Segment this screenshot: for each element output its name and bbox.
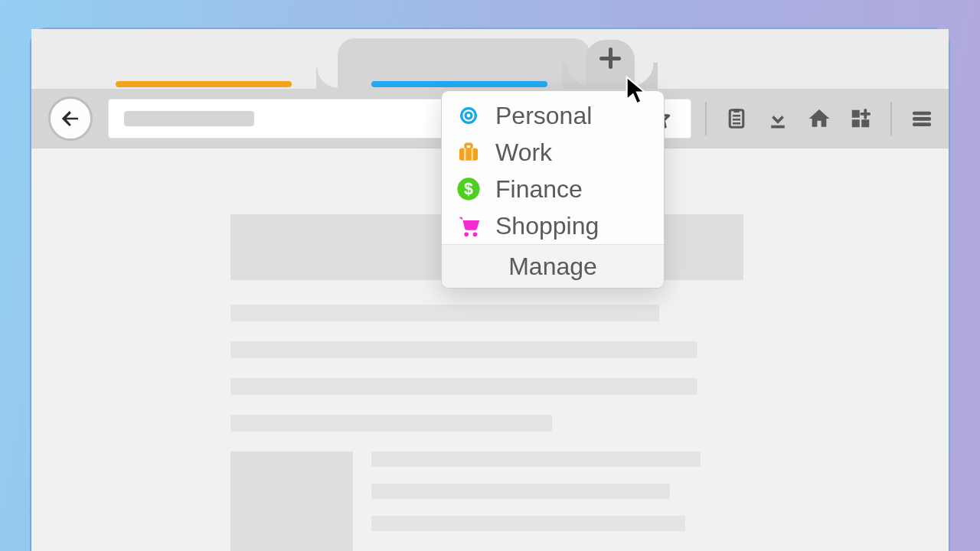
content-line bbox=[371, 484, 670, 499]
arrow-left-icon bbox=[59, 107, 82, 130]
container-menu-item-personal[interactable]: Personal bbox=[442, 91, 664, 134]
download-icon bbox=[766, 107, 789, 130]
tab-blue-accent bbox=[371, 81, 547, 87]
addons-button[interactable] bbox=[844, 103, 877, 135]
container-menu-item-work[interactable]: Work bbox=[442, 134, 664, 171]
svg-rect-9 bbox=[913, 111, 931, 115]
dollar-icon: $ bbox=[456, 176, 482, 202]
svg-rect-6 bbox=[852, 109, 860, 117]
content-line bbox=[371, 452, 701, 467]
svg-point-19 bbox=[464, 233, 469, 237]
tiles-plus-icon bbox=[849, 107, 872, 130]
manage-label: Manage bbox=[508, 253, 597, 281]
svg-rect-8 bbox=[861, 119, 869, 127]
container-menu-label: Shopping bbox=[495, 212, 599, 240]
briefcase-icon bbox=[456, 139, 482, 165]
container-menu-manage[interactable]: Manage bbox=[442, 245, 664, 288]
container-menu-label: Personal bbox=[495, 102, 592, 130]
toolbar-divider bbox=[890, 102, 892, 135]
svg-text:$: $ bbox=[464, 180, 473, 198]
menu-button[interactable] bbox=[906, 103, 938, 135]
svg-point-20 bbox=[473, 233, 478, 237]
svg-point-12 bbox=[466, 112, 472, 119]
plus-icon bbox=[599, 47, 621, 69]
container-menu: Personal Work $ Finance Shopping Manage bbox=[441, 90, 665, 289]
hamburger-icon bbox=[910, 106, 934, 131]
svg-rect-5 bbox=[771, 125, 785, 128]
content-thumb bbox=[230, 452, 353, 551]
browser-window: Personal Work $ Finance Shopping Manage bbox=[30, 28, 950, 551]
svg-rect-14 bbox=[466, 144, 472, 149]
tab-strip bbox=[31, 29, 949, 89]
container-menu-label: Finance bbox=[495, 175, 583, 204]
new-tab-button[interactable] bbox=[586, 40, 635, 77]
svg-rect-1 bbox=[733, 108, 740, 112]
content-line bbox=[230, 341, 697, 358]
content-line bbox=[230, 378, 697, 395]
toolbar-divider bbox=[705, 102, 707, 135]
clipboard-icon bbox=[725, 107, 748, 130]
tab-orange[interactable] bbox=[116, 81, 292, 87]
container-menu-item-finance[interactable]: $ Finance bbox=[442, 171, 664, 207]
downloads-button[interactable] bbox=[762, 103, 794, 135]
container-menu-label: Work bbox=[495, 139, 552, 167]
container-menu-item-shopping[interactable]: Shopping bbox=[442, 207, 664, 244]
home-icon bbox=[807, 106, 831, 131]
svg-rect-7 bbox=[852, 119, 860, 127]
svg-rect-15 bbox=[464, 148, 466, 161]
back-button[interactable] bbox=[48, 96, 93, 141]
library-button[interactable] bbox=[720, 103, 753, 135]
svg-rect-10 bbox=[913, 117, 931, 121]
content-line bbox=[230, 415, 552, 432]
fingerprint-icon bbox=[456, 103, 482, 129]
content-line bbox=[230, 305, 659, 321]
svg-rect-16 bbox=[471, 148, 473, 161]
home-button[interactable] bbox=[803, 103, 835, 135]
cart-icon bbox=[456, 213, 482, 239]
url-placeholder bbox=[124, 111, 254, 126]
content-line bbox=[371, 516, 685, 531]
svg-rect-11 bbox=[913, 122, 931, 126]
